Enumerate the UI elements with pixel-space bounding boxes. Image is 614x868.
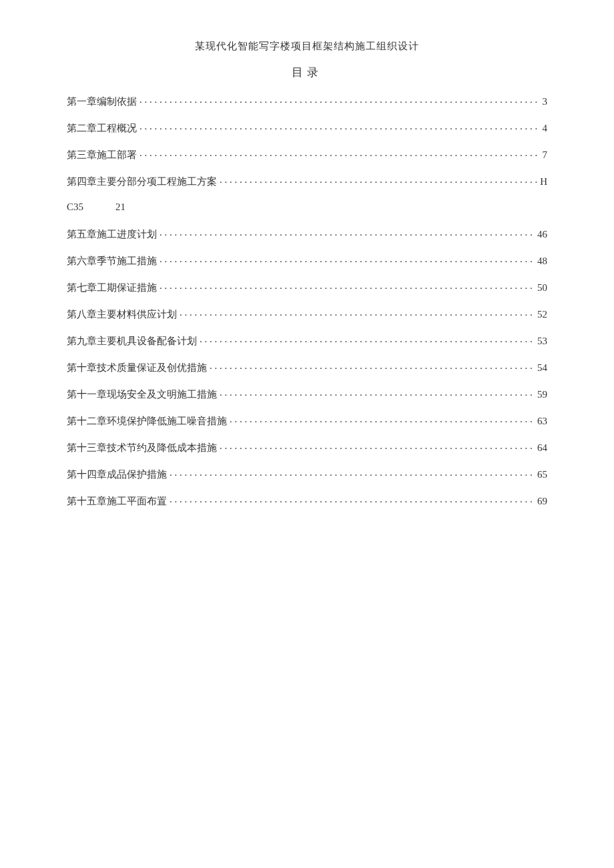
toc-heading: 目录 — [67, 65, 547, 80]
toc-label: 第一章编制依据 — [67, 97, 137, 107]
toc-leader — [160, 281, 535, 291]
toc-row: 第九章主要机具设备配备计划53 — [67, 334, 547, 346]
toc-leader — [220, 388, 535, 398]
toc-page-number: 7 — [543, 150, 548, 160]
toc-leader — [210, 361, 535, 371]
toc-label: 第十四章成品保护措施 — [67, 470, 167, 480]
toc-page-number: 65 — [537, 470, 547, 480]
toc-label: 第二章工程概况 — [67, 123, 137, 133]
toc-label: 第七章工期保证措施 — [67, 283, 157, 293]
toc-leader — [160, 228, 535, 238]
toc-label: 第十二章环境保护降低施工噪音措施 — [67, 416, 227, 426]
toc-extra-row: C3521 — [67, 201, 547, 213]
toc-page-number: 3 — [543, 97, 548, 107]
toc-label: 第十三章技术节约及降低成本措施 — [67, 443, 217, 453]
toc-page-number: 50 — [537, 283, 547, 293]
toc-page-number: 59 — [537, 390, 547, 400]
toc-page-number: 53 — [537, 336, 547, 346]
toc-label: 第三章施工部署 — [67, 150, 137, 160]
toc-leader — [139, 121, 540, 131]
toc-leader — [230, 414, 535, 424]
toc-row: 第八章主要材料供应计划52 — [67, 308, 547, 320]
toc-row: 第十一章现场安全及文明施工措施59 — [67, 388, 547, 400]
toc-leader — [170, 494, 535, 504]
toc-row: 第一章编制依据3 — [67, 95, 547, 107]
toc-leader — [139, 95, 540, 105]
toc-leader — [170, 468, 535, 478]
toc-leader — [220, 441, 535, 451]
toc-row: 第七章工期保证措施50 — [67, 281, 547, 293]
toc-label: 第五章施工进度计划 — [67, 230, 157, 240]
toc-page-number: 46 — [537, 230, 547, 240]
toc-label: 第十五章施工平面布置 — [67, 496, 167, 506]
toc-page-number: 69 — [537, 496, 547, 506]
toc-page-number: 48 — [537, 256, 547, 266]
document-header-title: 某现代化智能写字楼项目框架结构施工组织设计 — [67, 40, 547, 53]
toc-page-number: H — [540, 177, 547, 187]
toc-page-number: 63 — [537, 416, 547, 426]
toc-label: 第六章季节施工措施 — [67, 256, 157, 266]
toc-list: 第一章编制依据3第二章工程概况4第三章施工部署7第四章主要分部分项工程施工方案 … — [67, 95, 547, 506]
toc-leader — [220, 175, 537, 185]
toc-leader — [139, 148, 540, 158]
toc-label: 第九章主要机具设备配备计划 — [67, 336, 197, 346]
toc-leader — [180, 308, 535, 318]
toc-page-number: 54 — [537, 363, 547, 373]
toc-row: 第十章技术质量保证及创优措施54 — [67, 361, 547, 373]
toc-leader — [160, 254, 535, 264]
toc-label: 第十一章现场安全及文明施工措施 — [67, 390, 217, 400]
toc-row: 第十五章施工平面布置69 — [67, 494, 547, 506]
toc-label: 第八章主要材料供应计划 — [67, 310, 177, 320]
document-page: 某现代化智能写字楼项目框架结构施工组织设计 目录 第一章编制依据3第二章工程概况… — [0, 0, 614, 868]
toc-row: 第十四章成品保护措施65 — [67, 468, 547, 480]
toc-label: 第十章技术质量保证及创优措施 — [67, 363, 207, 373]
toc-row: 第三章施工部署7 — [67, 148, 547, 160]
toc-leader — [200, 334, 535, 344]
toc-page-number: 64 — [537, 443, 547, 453]
toc-row: 第五章施工进度计划46 — [67, 228, 547, 240]
toc-row: 第十三章技术节约及降低成本措施64 — [67, 441, 547, 453]
toc-extra-left: C35 — [67, 201, 83, 212]
toc-row: 第十二章环境保护降低施工噪音措施63 — [67, 414, 547, 426]
toc-page-number: 52 — [537, 310, 547, 320]
toc-row: 第四章主要分部分项工程施工方案 H — [67, 175, 547, 187]
toc-row: 第二章工程概况4 — [67, 121, 547, 133]
toc-extra-right: 21 — [115, 201, 125, 212]
toc-page-number: 4 — [543, 123, 548, 133]
toc-label: 第四章主要分部分项工程施工方案 — [67, 177, 217, 187]
toc-row: 第六章季节施工措施48 — [67, 254, 547, 266]
